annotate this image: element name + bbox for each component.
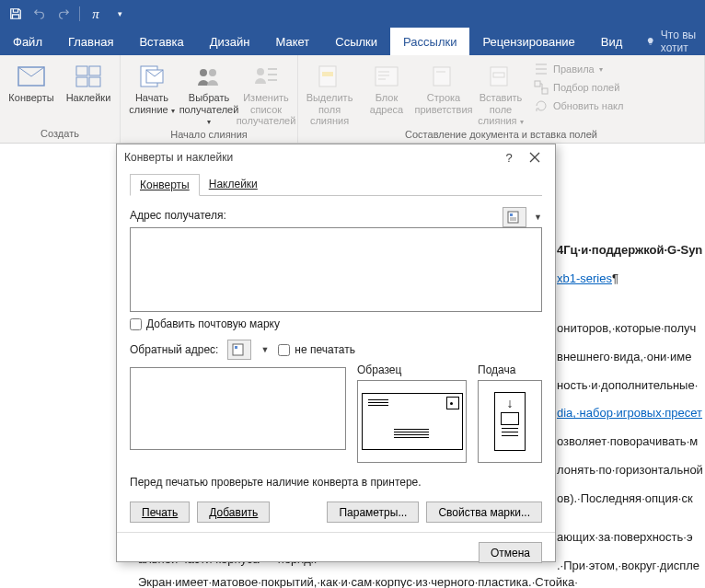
options-button[interactable]: Параметры... xyxy=(327,502,419,523)
tab-references[interactable]: Ссылки xyxy=(322,28,390,55)
equation-icon[interactable]: π xyxy=(86,4,106,24)
start-merge-button[interactable]: Начать слияние ▾ xyxy=(126,59,178,115)
dialog-titlebar: Конверты и наклейки ? xyxy=(117,144,555,170)
tab-view[interactable]: Вид xyxy=(588,28,636,55)
print-button[interactable]: Печать xyxy=(130,502,190,523)
addressbook-icon xyxy=(507,211,522,224)
tab-layout[interactable]: Макет xyxy=(262,28,322,55)
update-labels-button: Обновить накл xyxy=(532,98,625,114)
envelope-sample-icon xyxy=(362,393,463,450)
feed-preview[interactable]: ↓ xyxy=(478,380,542,463)
doc-link[interactable]: xb1-series xyxy=(557,271,612,285)
add-postage-checkbox[interactable]: Добавить почтовую марку xyxy=(130,317,542,330)
svg-rect-13 xyxy=(433,67,450,86)
ribbon: Конверты Наклейки Создать Начать слияние… xyxy=(0,55,705,144)
qat-customize-icon[interactable]: ▾ xyxy=(110,4,130,24)
address-block-icon xyxy=(372,63,401,90)
svg-point-7 xyxy=(200,69,207,76)
tab-home[interactable]: Главная xyxy=(55,28,126,55)
svg-rect-20 xyxy=(233,344,243,355)
svg-rect-12 xyxy=(376,67,398,86)
highlight-icon xyxy=(315,63,344,90)
svg-rect-4 xyxy=(89,77,100,86)
recipient-address-input[interactable] xyxy=(130,227,542,312)
svg-rect-11 xyxy=(322,72,333,76)
no-print-input[interactable] xyxy=(278,344,290,356)
tab-design[interactable]: Дизайн xyxy=(197,28,263,55)
envelopes-button[interactable]: Конверты xyxy=(6,59,57,104)
add-button[interactable]: Добавить xyxy=(197,502,270,523)
start-merge-icon xyxy=(137,63,167,90)
svg-rect-19 xyxy=(510,213,513,216)
labels-icon xyxy=(74,63,103,90)
edit-recipients-button: Изменить список получателей xyxy=(240,59,292,127)
save-icon[interactable] xyxy=(6,4,26,24)
sample-label: Образец xyxy=(357,363,467,376)
undo-icon[interactable] xyxy=(29,4,50,24)
tab-review[interactable]: Рецензирование xyxy=(469,28,587,55)
dialog-tabs: Конверты Наклейки xyxy=(130,174,542,196)
recipients-icon xyxy=(194,63,224,90)
labels-button[interactable]: Наклейки xyxy=(63,59,114,104)
document-body: 4Гц·и·поддержкой·G-Syn xb1-series¶ онито… xyxy=(557,239,705,588)
edit-list-icon xyxy=(251,63,281,90)
refresh-icon xyxy=(534,98,549,113)
dialog-tab-labels[interactable]: Наклейки xyxy=(200,174,267,195)
redo-icon[interactable] xyxy=(53,4,74,24)
svg-point-9 xyxy=(257,68,264,75)
svg-rect-1 xyxy=(76,66,87,75)
svg-point-8 xyxy=(209,69,216,76)
svg-rect-18 xyxy=(508,212,518,223)
greeting-line-button: Строка приветствия xyxy=(418,59,469,115)
tab-file[interactable]: Файл xyxy=(0,28,55,55)
group-compose: Выделить поля слияния Блок адреса Строка… xyxy=(298,55,705,143)
return-address-book-button[interactable] xyxy=(227,340,251,360)
dialog-tab-envelopes[interactable]: Конверты xyxy=(130,174,200,196)
address-block-button: Блок адреса xyxy=(361,59,412,115)
close-icon xyxy=(529,152,540,163)
svg-rect-17 xyxy=(542,88,548,94)
insert-field-icon xyxy=(486,63,515,90)
greeting-icon xyxy=(429,63,458,90)
svg-rect-21 xyxy=(235,346,237,349)
svg-rect-16 xyxy=(535,81,540,86)
close-button[interactable] xyxy=(522,144,548,170)
svg-rect-2 xyxy=(89,66,100,75)
highlight-fields-button: Выделить поля слияния xyxy=(304,59,355,127)
match-icon xyxy=(534,80,549,95)
rules-icon xyxy=(534,62,549,76)
recipient-label: Адрес получателя: xyxy=(130,209,495,222)
doc-heading: 4Гц·и·поддержкой·G-Syn xyxy=(557,239,705,262)
help-button[interactable]: ? xyxy=(496,144,522,170)
quick-access-toolbar: π ▾ xyxy=(0,0,705,28)
envelope-preview[interactable] xyxy=(357,380,467,463)
insert-field-button: Вставить поле слияния ▾ xyxy=(475,59,526,127)
svg-rect-3 xyxy=(76,77,87,86)
tab-insert[interactable]: Вставка xyxy=(126,28,196,55)
bulb-icon xyxy=(646,35,654,48)
return-address-input[interactable] xyxy=(130,367,346,450)
tell-me-search[interactable]: Что вы хотит xyxy=(635,28,705,55)
stamp-properties-button[interactable]: Свойства марки... xyxy=(426,502,542,523)
tab-mailings[interactable]: Рассылки xyxy=(390,28,469,55)
feed-sample-icon: ↓ xyxy=(494,392,526,451)
rules-button: Правила ▾ xyxy=(532,61,625,77)
feed-label: Подача xyxy=(478,363,542,376)
group-create: Конверты Наклейки Создать xyxy=(0,55,121,143)
envelopes-labels-dialog: Конверты и наклейки ? Конверты Наклейки … xyxy=(116,144,556,562)
select-recipients-button[interactable]: Выбрать получателей ▾ xyxy=(183,59,235,127)
address-book-button[interactable] xyxy=(503,207,526,227)
cancel-button[interactable]: Отмена xyxy=(479,542,542,563)
ribbon-tabs: Файл Главная Вставка Дизайн Макет Ссылки… xyxy=(0,28,705,55)
return-addr-label: Обратный адрес: xyxy=(130,343,218,356)
printer-hint: Перед печатью проверьте наличие конверта… xyxy=(130,476,542,489)
group-start-merge: Начать слияние ▾ Выбрать получателей ▾ И… xyxy=(121,55,298,143)
addressbook-icon xyxy=(232,343,247,356)
match-fields-button: Подбор полей xyxy=(532,79,625,96)
add-postage-input[interactable] xyxy=(130,318,142,330)
envelope-icon xyxy=(17,63,46,90)
dialog-title: Конверты и наклейки xyxy=(124,151,233,164)
no-print-checkbox[interactable]: не печатать xyxy=(278,343,355,356)
